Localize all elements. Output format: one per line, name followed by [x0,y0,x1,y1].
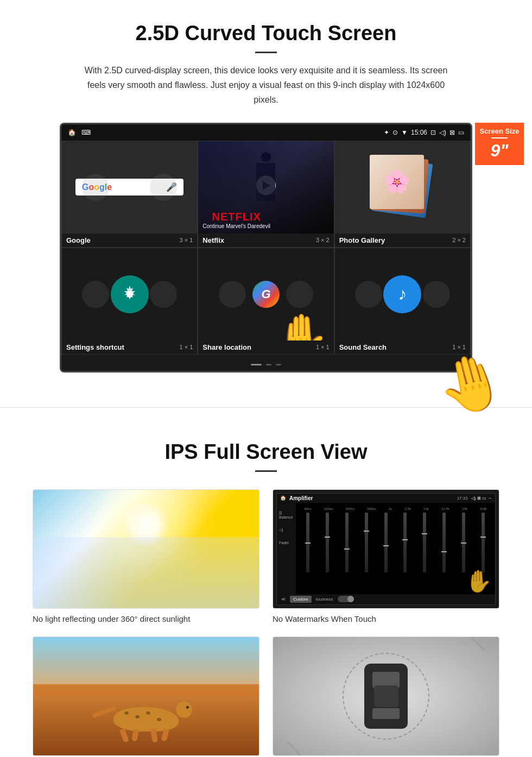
car-rear [372,708,400,719]
cheetah-bg [33,637,259,755]
car-bg [273,637,499,755]
maps-icon-wrapper: G [252,281,280,308]
hand-touch-icon: 🤚 [274,311,328,340]
angle-line-2 [287,741,303,756]
close-icon: ⊠ [449,129,455,136]
camera-icon: ⊡ [430,129,436,136]
amp-title: Amplifier [289,495,313,501]
loudness-label: loudness [316,597,333,602]
volume-icon: ◁) [439,129,446,136]
eq-bars-row [298,513,493,572]
maps-app-preview: G 🤚 [198,248,333,340]
status-time: 15:06 [411,129,427,136]
amp-volume-icon: ◁) [279,528,294,532]
maps-label-row: Share location 1 × 1 [198,340,333,354]
feature-cheetah: Super Fast Response [33,636,259,757]
dots-indicator [61,355,471,371]
app-cell-sound[interactable]: ♪ Sound Search 1 × 1 [334,248,471,355]
title-underline-2 [255,470,277,472]
screen-size-badge: Screen Size 9" [475,123,524,165]
amp-body: ||| Balance ◁) Fader 60hz [277,503,495,594]
maps-g-logo: G [252,281,280,308]
photos-label-row: Photo Gallery 2 × 2 [335,234,470,247]
photos-app-preview: 🌸 [335,141,470,234]
flower-emoji: 🌸 [383,169,410,194]
eq-hand: ✋ [465,569,492,594]
sunlight-image [33,489,259,609]
home-icon: 🏠 [68,129,76,136]
loudness-toggle [338,596,354,602]
sound-label-row: Sound Search 1 × 1 [335,340,470,354]
settings-label-row: Settings shortcut 1 × 1 [62,340,197,354]
feature-car: Large Viewing Angle [273,636,499,757]
window-icon: ▭ [458,129,464,136]
sound-app-preview: ♪ [335,248,470,340]
feature-sunlight: No light reflecting under 360° direct su… [33,489,259,623]
fader-label: Fader [279,541,294,545]
amp-time: 17:33 [457,496,468,501]
eq-freq-labels: 60hz 100hz 200hz 500hz 1k 2.5k 10k 12.5k… [298,507,493,510]
google-app-size: 3 × 1 [180,237,193,243]
badge-divider [491,137,508,138]
app-cell-maps[interactable]: G 🤚 Share location 1 × 1 [198,248,334,355]
amp-icons: ◁) ⊠ ▭ → [471,496,492,501]
google-app-preview: Google 🎤 [62,141,197,234]
cheetah-silhouette [113,707,179,731]
feature-grid: No light reflecting under 360° direct su… [33,489,499,757]
sound-app-size: 1 × 1 [452,344,466,350]
netflix-logo: NETFLIX [202,211,270,223]
amp-eq-label: ||| Balance [279,510,294,519]
custom-btn: Custom [290,596,312,603]
eq-area: 60hz 100hz 200hz 500hz 1k 2.5k 10k 12.5k… [296,503,495,594]
device-screen: 🏠 ⌨ ✦ ⊙ ▼ 15:06 ⊡ ◁) ⊠ ▭ [60,123,472,373]
cheetah-image [33,636,259,756]
section1-description: With 2.5D curved-display screen, this de… [76,63,456,108]
car-top-view [364,664,408,729]
photos-app-size: 2 × 2 [452,237,466,243]
amp-home-icon: 🏠 [280,495,286,501]
sound-app-name: Sound Search [339,343,387,351]
section1-title: 2.5D Curved Touch Screen [33,22,499,45]
car-roof [374,685,398,707]
amplifier-screen: 🏠 Amplifier 17:33 ◁) ⊠ ▭ → ||| [273,490,499,608]
netflix-sub: Continue Marvel's Daredevil [202,223,270,229]
app-grid-row1: Google 🎤 Google 3 × 1 [61,141,471,248]
daredevil-figure [198,147,333,217]
app-cell-netflix[interactable]: NETFLIX Continue Marvel's Daredevil Netf… [198,141,334,248]
bg-decoration [62,141,197,234]
photo-stack: 🌸 [370,155,435,220]
title-underline [255,52,277,53]
feature-amplifier: 🏠 Amplifier 17:33 ◁) ⊠ ▭ → ||| [273,489,499,623]
netflix-app-preview: NETFLIX Continue Marvel's Daredevil [198,141,333,234]
badge-label: Screen Size [478,127,521,135]
car-circle [343,653,429,740]
section-ips: IPS Full Screen View No light reflecting… [0,430,532,757]
wifi-icon: ▼ [401,129,408,136]
google-app-name: Google [66,236,91,244]
car-image [273,636,499,756]
section-curved-touch: 2.5D Curved Touch Screen With 2.5D curve… [0,0,532,386]
netflix-text-overlay: NETFLIX Continue Marvel's Daredevil [202,211,270,229]
amp-bottom: ≪ Custom loudness [277,594,495,604]
location-icon: ⊙ [392,129,398,136]
app-grid-row2: Settings shortcut 1 × 1 G [61,248,471,355]
app-cell-settings[interactable]: Settings shortcut 1 × 1 [61,248,198,355]
app-cell-photos[interactable]: 🌸 Photo Gallery 2 × 2 [334,141,471,248]
netflix-app-size: 3 × 2 [316,237,330,243]
status-bar: 🏠 ⌨ ✦ ⊙ ▼ 15:06 ⊡ ◁) ⊠ ▭ [61,124,471,141]
sunlight-bg [33,490,259,608]
app-cell-google[interactable]: Google 🎤 Google 3 × 1 [61,141,198,248]
photos-app-name: Photo Gallery [339,236,385,244]
sound-bg [335,248,470,340]
settings-app-size: 1 × 1 [180,344,193,350]
settings-app-preview [62,248,197,340]
maps-app-size: 1 × 1 [316,344,330,350]
netflix-app-name: Netflix [202,236,224,244]
settings-app-name: Settings shortcut [66,343,124,351]
feature-amp-label: No Watermarks When Touch [273,614,499,623]
angle-line-1 [469,636,485,651]
netflix-label-row: Netflix 3 × 2 [198,234,333,247]
bluetooth-icon: ✦ [384,129,389,136]
amplifier-image: 🏠 Amplifier 17:33 ◁) ⊠ ▭ → ||| [273,489,499,609]
status-right: ✦ ⊙ ▼ 15:06 ⊡ ◁) ⊠ ▭ [384,129,464,136]
